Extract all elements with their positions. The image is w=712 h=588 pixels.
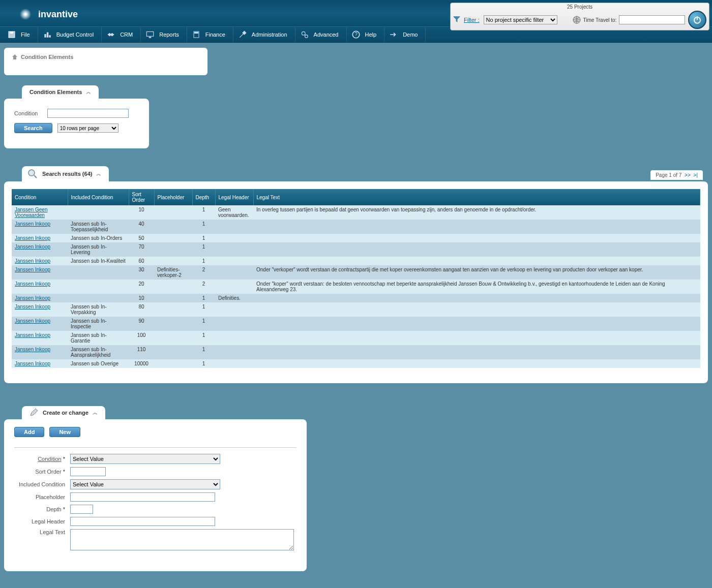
menu-administration[interactable]: Administration [233, 27, 295, 42]
help-icon: ? [351, 29, 361, 40]
cell-sort: 10 [129, 205, 154, 220]
cell-placeholder [154, 302, 192, 317]
table-row: Janssen InkoopJanssen sub In-Aansprakeli… [12, 345, 700, 359]
cell-sort: 110 [129, 345, 154, 359]
cell-depth: 1 [192, 257, 215, 265]
cell-sort: 40 [129, 220, 154, 234]
cell-included: Janssen sub Overige [68, 359, 129, 368]
menu-reports[interactable]: Reports [141, 27, 187, 42]
table-row: Janssen InkoopJanssen sub In-Levering701 [12, 242, 700, 257]
legalheader-input[interactable] [70, 517, 215, 526]
condition-link[interactable]: Janssen Inkoop [15, 347, 50, 352]
timetravel-input[interactable] [619, 15, 685, 24]
cell-depth: 1 [192, 359, 215, 368]
condition-link[interactable]: Janssen Geen Voorwaarden [15, 207, 48, 218]
menu-finance[interactable]: Finance [187, 27, 233, 42]
cell-sort: 70 [129, 242, 154, 257]
condition-search-label: Condition [14, 110, 47, 116]
table-row: Janssen InkoopJanssen sub In-Garantie100… [12, 331, 700, 345]
collapse-icon[interactable]: ︽ [86, 88, 91, 96]
rows-per-page-select[interactable]: 10 rows per page [57, 123, 118, 133]
col-legaltext[interactable]: Legal Text [253, 189, 700, 205]
col-legalheader[interactable]: Legal Header [215, 189, 253, 205]
condition-link[interactable]: Janssen Inkoop [15, 361, 50, 366]
col-depth[interactable]: Depth [192, 189, 215, 205]
svg-point-13 [28, 170, 35, 176]
included-condition-select[interactable]: Select Value [70, 479, 220, 489]
cell-sort: 10 [129, 294, 154, 302]
legaltext-textarea[interactable] [70, 529, 294, 550]
table-row: Janssen Inkoop202Onder "koper" wordt ver… [12, 280, 700, 294]
depth-input[interactable] [70, 505, 93, 514]
app-header: invantive 25 Projects Filter : No projec… [0, 0, 712, 26]
cell-legaltext [253, 331, 700, 345]
menu-budget-control[interactable]: Budget Control [38, 27, 102, 42]
cell-placeholder [154, 257, 192, 265]
condition-link[interactable]: Janssen Inkoop [15, 318, 50, 324]
power-button[interactable] [688, 11, 706, 29]
add-button[interactable]: Add [14, 427, 44, 437]
cell-depth: 1 [192, 317, 215, 331]
project-filter-select[interactable]: No project specific filter [484, 15, 557, 24]
projects-count: 25 Projects [453, 4, 706, 10]
menu-crm[interactable]: CRM [102, 27, 141, 42]
cell-legaltext [253, 234, 700, 242]
condition-link[interactable]: Janssen Inkoop [15, 295, 50, 301]
handshake-icon [106, 29, 116, 40]
cell-included: Janssen sub In-Verpakking [68, 302, 129, 317]
condition-link[interactable]: Janssen Inkoop [15, 281, 50, 287]
col-included[interactable]: Included Condition [68, 189, 129, 205]
cell-legaltext [253, 345, 700, 359]
cell-legalheader: Geen voorwaarden. [215, 205, 253, 220]
cell-included [68, 294, 129, 302]
cell-legaltext [253, 302, 700, 317]
svg-point-10 [305, 35, 308, 38]
cell-placeholder [154, 331, 192, 345]
col-condition[interactable]: Condition [12, 189, 68, 205]
results-panel-wrap: Search results (64) ︽ Page 1 of 7 >> >| … [4, 166, 708, 383]
cell-included [68, 265, 129, 280]
condition-link[interactable]: Janssen Inkoop [15, 235, 50, 241]
table-row: Janssen InkoopJanssen sub In-Verpakking8… [12, 302, 700, 317]
home-icon[interactable] [12, 54, 18, 60]
col-placeholder[interactable]: Placeholder [154, 189, 192, 205]
gears-icon [300, 29, 310, 40]
condition-link[interactable]: Janssen Inkoop [15, 258, 50, 264]
disk-icon [7, 29, 17, 40]
placeholder-input[interactable] [70, 492, 215, 502]
new-button[interactable]: New [49, 427, 80, 437]
last-page-link[interactable]: >| [694, 172, 698, 178]
menu-help[interactable]: ?Help [347, 27, 385, 42]
cell-legalheader [215, 234, 253, 242]
condition-link[interactable]: Janssen Inkoop [15, 267, 50, 272]
form-label-placeholder: Placeholder [14, 494, 70, 500]
menu-file[interactable]: File [3, 27, 38, 42]
cell-depth: 1 [192, 234, 215, 242]
menu-advanced[interactable]: Advanced [295, 27, 347, 42]
condition-search-input[interactable] [47, 109, 129, 118]
condition-link[interactable]: Janssen Inkoop [15, 332, 50, 338]
cell-depth: 1 [192, 302, 215, 317]
collapse-icon[interactable]: ︽ [93, 409, 98, 416]
next-page-link[interactable]: >> [685, 172, 691, 178]
cell-legalheader [215, 302, 253, 317]
pencil-icon [29, 408, 39, 417]
form-label-sortorder: Sort Order [14, 469, 70, 475]
cell-included: Janssen sub In-Garantie [68, 331, 129, 345]
cell-depth: 1 [192, 205, 215, 220]
filter-link[interactable]: Filter : [464, 17, 480, 23]
table-row: Janssen Inkoop101Definities. [12, 294, 700, 302]
menu-demo[interactable]: Demo [384, 27, 426, 42]
condition-link[interactable]: Janssen Inkoop [15, 304, 50, 310]
cell-depth: 2 [192, 265, 215, 280]
sortorder-input[interactable] [70, 467, 106, 476]
col-sort[interactable]: Sort Order [129, 189, 154, 205]
cell-included: Janssen sub In-Kwaliteit [68, 257, 129, 265]
condition-select[interactable]: Select Value [70, 454, 220, 464]
cell-legaltext: Onder "koper" wordt verstaan: de beslote… [253, 280, 700, 294]
collapse-icon[interactable]: ︽ [96, 170, 101, 177]
cell-depth: 2 [192, 280, 215, 294]
condition-link[interactable]: Janssen Inkoop [15, 221, 50, 227]
condition-link[interactable]: Janssen Inkoop [15, 244, 50, 250]
search-button[interactable]: Search [14, 123, 52, 133]
